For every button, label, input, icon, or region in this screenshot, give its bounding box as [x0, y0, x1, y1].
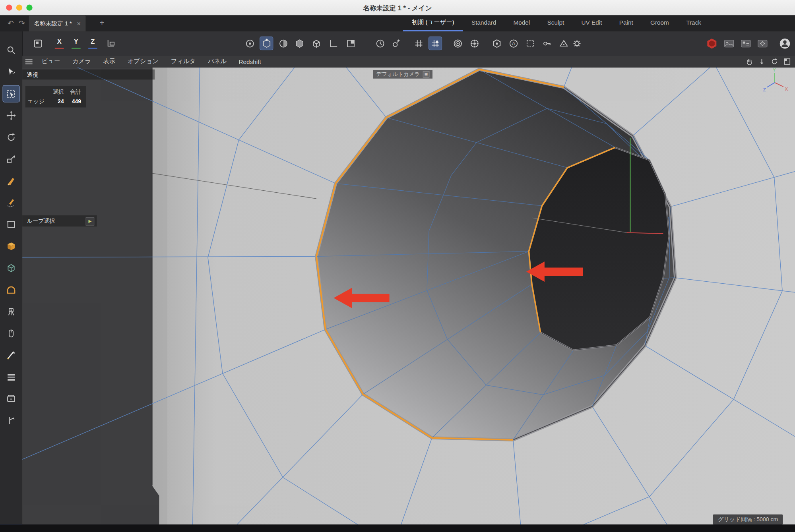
menu-redshift[interactable]: Redshift — [233, 58, 267, 65]
model-mode-icon[interactable] — [243, 37, 256, 50]
layout-tab-groom[interactable]: Groom — [642, 15, 677, 31]
layout-tab-model[interactable]: Model — [505, 15, 539, 31]
layer-stack-icon[interactable] — [2, 368, 19, 385]
tool-sidebar — [0, 31, 23, 532]
grid-icon[interactable] — [412, 37, 425, 50]
key-icon[interactable] — [540, 37, 553, 50]
viewport-hamburger-icon[interactable] — [22, 58, 35, 64]
camera-label[interactable]: デフォルトカメラ ▦ — [373, 70, 432, 79]
redshift-icon[interactable] — [705, 37, 718, 50]
menu-view[interactable]: ビュー — [35, 57, 66, 66]
tweak-mode-icon[interactable] — [260, 37, 273, 50]
render-settings-icon[interactable] — [756, 37, 769, 50]
knife-tool-icon[interactable] — [2, 346, 19, 364]
projection-label: 透視 — [22, 70, 155, 80]
polygon-mode-icon[interactable] — [293, 37, 306, 50]
visibility-icon[interactable] — [490, 37, 503, 50]
arch-tool-icon[interactable] — [2, 281, 19, 298]
document-tab[interactable]: 名称未設定 1 * × — [29, 15, 87, 31]
gizmo-z-label: Z — [763, 87, 766, 92]
viewport-menu-bar: ビュー カメラ 表示 オプション フィルタ パネル Redshift — [22, 56, 795, 68]
rect-region-icon[interactable] — [2, 216, 19, 233]
snap-icon[interactable] — [429, 37, 442, 50]
new-tab-button[interactable]: + — [96, 17, 107, 28]
gizmo-x-label: X — [785, 87, 788, 91]
selected-count: 24 — [47, 97, 64, 106]
selection-col-header: 選択 — [47, 87, 64, 97]
viewport[interactable]: Y Z X 透視 選択 合計 エッジ 24 449 ループ選択 ▶ デフォルト — [22, 68, 795, 525]
menu-options[interactable]: オプション — [121, 57, 165, 66]
total-count: 449 — [64, 97, 81, 106]
search-icon[interactable] — [2, 42, 19, 59]
window-title: 名称未設定 1 * - メイン — [0, 4, 795, 13]
layout-tab-track[interactable]: Track — [678, 15, 710, 31]
scene-canvas[interactable]: Y Z X — [22, 68, 795, 525]
orbit-icon[interactable] — [770, 57, 779, 66]
filter-icon[interactable] — [557, 37, 570, 50]
volume-cube-icon[interactable] — [2, 259, 19, 277]
selection-hud: 選択 合計 エッジ 24 449 — [25, 86, 86, 108]
select-cursor-icon[interactable] — [2, 63, 19, 80]
menu-display[interactable]: 表示 — [97, 57, 121, 66]
close-tab-icon[interactable]: × — [77, 19, 81, 27]
rotate-icon[interactable] — [2, 129, 19, 146]
simulation-icon[interactable] — [467, 37, 481, 50]
undo-icon[interactable]: ↶ — [5, 18, 16, 29]
pan-hand-icon[interactable] — [744, 57, 754, 66]
selection-filter-icon[interactable] — [523, 37, 537, 50]
menu-camera[interactable]: カメラ — [66, 57, 97, 66]
application-window: 名称未設定 1 * - メイン ↶ ↷ 名称未設定 1 * × + 初期 (ユー… — [0, 0, 795, 532]
grid-spacing-label: グリッド間隔 : 5000 cm — [713, 515, 783, 525]
tab-bar: ↶ ↷ 名称未設定 1 * × + 初期 (ユーザー) Standard Mod… — [0, 15, 795, 31]
redo-icon[interactable]: ↷ — [16, 18, 27, 29]
title-bar: 名称未設定 1 * - メイン — [0, 0, 795, 16]
layout-tab-uvedit[interactable]: UV Edit — [573, 15, 611, 31]
layout-tab-sculpt[interactable]: Sculpt — [539, 15, 573, 31]
window-bottom-bar — [0, 524, 795, 532]
mouse-tool-icon[interactable] — [2, 325, 19, 342]
camera-grid-icon[interactable]: ▦ — [423, 71, 430, 78]
dolly-icon[interactable] — [757, 57, 766, 66]
main-toolbar: X Y Z — [22, 31, 795, 56]
axis-lock-icon[interactable] — [103, 37, 117, 50]
cube-mode-icon[interactable] — [309, 37, 323, 50]
make-editable-icon[interactable] — [31, 37, 45, 50]
scale-icon[interactable] — [2, 151, 19, 168]
silhouette-shading — [152, 68, 167, 525]
gizmo-y-label: Y — [773, 68, 776, 72]
layout-tab-standard[interactable]: Standard — [463, 15, 504, 31]
tool-hint-label: ループ選択 — [27, 218, 55, 224]
drawer-icon[interactable] — [2, 390, 19, 407]
polygon-pen-icon[interactable] — [2, 238, 19, 255]
axis-y-toggle[interactable]: Y — [70, 37, 82, 50]
workplane-icon[interactable] — [326, 37, 340, 50]
menu-filter[interactable]: フィルタ — [165, 57, 202, 66]
annotation-icon[interactable]: A — [506, 37, 520, 50]
mocap-user-icon[interactable] — [778, 37, 791, 50]
layout-tab-paint[interactable]: Paint — [611, 15, 642, 31]
menu-panel[interactable]: パネル — [202, 57, 233, 66]
axis-z-toggle[interactable]: Z — [87, 37, 99, 50]
path-split-icon[interactable] — [2, 412, 19, 429]
rectangle-select-icon[interactable] — [2, 85, 19, 102]
edge-row-label: エッジ — [27, 97, 47, 106]
layout-tabs: 初期 (ユーザー) Standard Model Sculpt UV Edit … — [403, 15, 710, 31]
render-view-icon[interactable] — [722, 37, 735, 50]
axis-x-toggle[interactable]: X — [53, 37, 66, 50]
layout-tab-startup[interactable]: 初期 (ユーザー) — [403, 15, 463, 31]
record-icon[interactable] — [451, 37, 464, 50]
region-icon[interactable] — [344, 37, 357, 50]
tool-hint-expand-button[interactable]: ▶ — [86, 217, 95, 225]
keyframe-settings-icon[interactable] — [390, 37, 403, 50]
settings-gear-icon[interactable] — [570, 37, 584, 50]
rig-tool-icon[interactable] — [2, 303, 19, 320]
total-col-header: 合計 — [64, 87, 81, 97]
lasso-select-icon[interactable] — [2, 194, 19, 211]
render-picture-viewer-icon[interactable] — [739, 37, 752, 50]
autokey-icon[interactable] — [373, 37, 387, 50]
texture-mode-icon[interactable] — [276, 37, 290, 50]
maximize-view-icon[interactable] — [782, 57, 792, 66]
live-select-icon[interactable] — [2, 172, 19, 190]
move-icon[interactable] — [2, 107, 19, 124]
document-tab-label: 名称未設定 1 * — [34, 19, 72, 27]
